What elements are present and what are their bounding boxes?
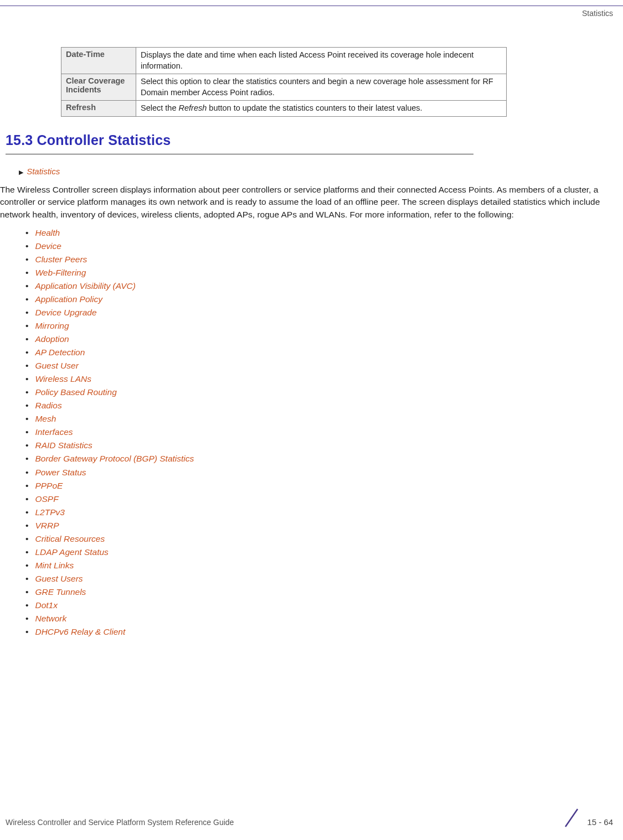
list-item: •Critical Resources [25, 532, 623, 546]
topic-link[interactable]: Guest Users [35, 574, 83, 583]
list-item: •OSPF [25, 492, 623, 506]
list-item: •DHCPv6 Relay & Client [25, 625, 623, 639]
bullet-icon: • [25, 255, 28, 264]
list-item: •LDAP Agent Status [25, 546, 623, 559]
bullet-icon: • [25, 427, 28, 437]
footer-slash-icon [561, 807, 583, 829]
breadcrumb: ▶ Statistics [19, 167, 623, 176]
list-item: •GRE Tunnels [25, 585, 623, 599]
bullet-icon: • [25, 574, 28, 583]
topic-link[interactable]: Wireless LANs [35, 374, 91, 383]
table-label: Date-Time [61, 48, 136, 74]
list-item: •L2TPv3 [25, 506, 623, 519]
table-row: Clear Coverage Incidents Select this opt… [61, 74, 507, 101]
bullet-icon: • [25, 454, 28, 463]
topic-link[interactable]: Policy Based Routing [35, 387, 116, 397]
bullet-icon: • [25, 348, 28, 357]
footer-page-number: 15 - 64 [587, 817, 613, 827]
list-item: •RAID Statistics [25, 439, 623, 452]
list-item: •Border Gateway Protocol (BGP) Statistic… [25, 452, 623, 465]
topic-link[interactable]: Mint Links [35, 561, 74, 570]
topic-link[interactable]: L2TPv3 [35, 507, 64, 517]
bullet-icon: • [25, 481, 28, 490]
topic-link[interactable]: Device Upgrade [35, 308, 96, 317]
desc-prefix: Select the [141, 103, 179, 112]
list-item: •Health [25, 226, 623, 240]
svg-line-0 [565, 809, 578, 827]
bullet-icon: • [25, 507, 28, 517]
table-label: Clear Coverage Incidents [61, 74, 136, 101]
bullet-icon: • [25, 521, 28, 530]
breadcrumb-link[interactable]: Statistics [27, 167, 60, 176]
topic-link[interactable]: Mirroring [35, 321, 69, 330]
table-desc: Select this option to clear the statisti… [136, 74, 507, 101]
list-item: •Dot1x [25, 599, 623, 612]
topic-link[interactable]: Adoption [35, 334, 69, 344]
bullet-icon: • [25, 268, 28, 277]
topic-link[interactable]: Power Status [35, 468, 86, 477]
topic-link[interactable]: Critical Resources [35, 534, 105, 543]
topic-link[interactable]: OSPF [35, 494, 58, 504]
bullet-icon: • [25, 600, 28, 610]
desc-em: Refresh [179, 103, 207, 112]
bullet-icon: • [25, 414, 28, 423]
bullet-icon: • [25, 534, 28, 543]
topic-link[interactable]: Web-Filtering [35, 268, 86, 277]
bullet-icon: • [25, 228, 28, 237]
topic-link[interactable]: PPPoE [35, 481, 63, 490]
definitions-table: Date-Time Displays the date and time whe… [61, 47, 507, 117]
table-row: Refresh Select the Refresh button to upd… [61, 101, 507, 117]
topic-link[interactable]: Interfaces [35, 427, 73, 437]
header-section-label: Statistics [582, 9, 613, 18]
topic-link[interactable]: Device [35, 241, 61, 251]
topic-link[interactable]: GRE Tunnels [35, 587, 86, 597]
section-heading: 15.3 Controller Statistics [6, 132, 623, 152]
table-label: Refresh [61, 101, 136, 117]
topic-link[interactable]: Guest User [35, 361, 78, 370]
bullet-icon: • [25, 401, 28, 410]
table-desc: Displays the date and time when each lis… [136, 48, 507, 74]
topic-link[interactable]: Network [35, 614, 66, 623]
topic-link[interactable]: Mesh [35, 414, 56, 423]
breadcrumb-arrow-icon: ▶ [19, 169, 23, 175]
topic-list: •Health•Device•Cluster Peers•Web-Filteri… [25, 226, 623, 638]
list-item: •Network [25, 612, 623, 625]
topic-link[interactable]: DHCPv6 Relay & Client [35, 627, 125, 636]
topic-link[interactable]: Cluster Peers [35, 255, 87, 264]
topic-link[interactable]: Radios [35, 401, 61, 410]
list-item: •Interfaces [25, 426, 623, 439]
list-item: •AP Detection [25, 346, 623, 359]
topic-link[interactable]: LDAP Agent Status [35, 547, 108, 557]
list-item: •PPPoE [25, 479, 623, 492]
topic-link[interactable]: Application Policy [35, 294, 102, 304]
list-item: •Guest Users [25, 572, 623, 585]
list-item: •Radios [25, 399, 623, 412]
bullet-icon: • [25, 387, 28, 397]
topic-link[interactable]: Border Gateway Protocol (BGP) Statistics [35, 454, 194, 463]
desc-suffix: button to update the statistics counters… [207, 103, 422, 112]
topic-link[interactable]: Application Visibility (AVC) [35, 281, 135, 291]
topic-link[interactable]: Health [35, 228, 60, 237]
bullet-icon: • [25, 494, 28, 504]
bullet-icon: • [25, 587, 28, 597]
bullet-icon: • [25, 614, 28, 623]
table-row: Date-Time Displays the date and time whe… [61, 48, 507, 74]
topic-link[interactable]: RAID Statistics [35, 440, 92, 450]
bullet-icon: • [25, 561, 28, 570]
topic-link[interactable]: VRRP [35, 521, 59, 530]
bullet-icon: • [25, 627, 28, 636]
list-item: •Device [25, 240, 623, 253]
list-item: •Adoption [25, 333, 623, 346]
list-item: •Guest User [25, 359, 623, 372]
bullet-icon: • [25, 468, 28, 477]
list-item: •Policy Based Routing [25, 386, 623, 399]
footer-title: Wireless Controller and Service Platform… [6, 818, 234, 827]
bullet-icon: • [25, 308, 28, 317]
list-item: •VRRP [25, 519, 623, 532]
bullet-icon: • [25, 374, 28, 383]
heading-underline [6, 154, 473, 154]
topic-link[interactable]: AP Detection [35, 348, 85, 357]
list-item: •Web-Filtering [25, 266, 623, 279]
list-item: •Application Visibility (AVC) [25, 279, 623, 293]
topic-link[interactable]: Dot1x [35, 600, 58, 610]
